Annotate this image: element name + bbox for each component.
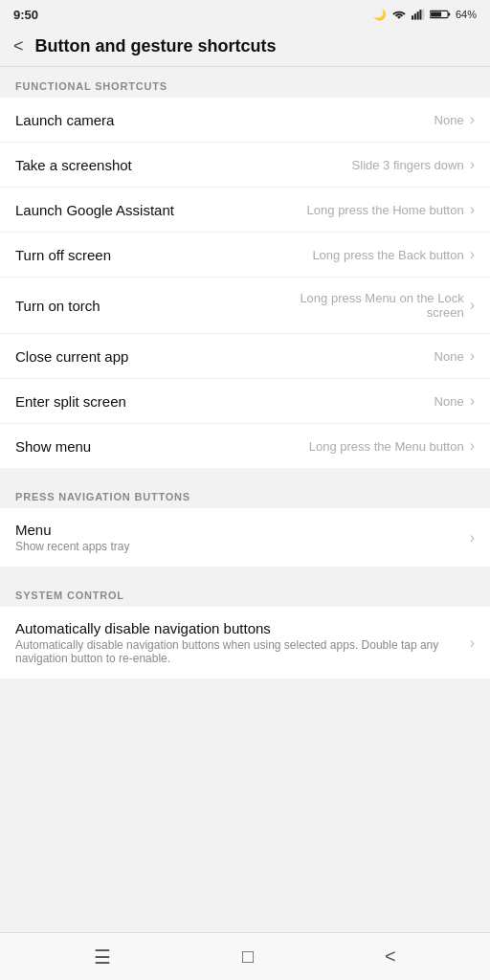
- svg-rect-2: [417, 11, 419, 19]
- chevron-icon-0-5: ›: [470, 347, 475, 365]
- wifi-icon: [391, 9, 407, 20]
- page-title: Button and gesture shortcuts: [35, 36, 277, 56]
- settings-item-0-0[interactable]: Launch cameraNone›: [0, 98, 490, 143]
- settings-item-0-6[interactable]: Enter split screenNone›: [0, 379, 490, 424]
- item-value-0-0: None: [434, 113, 464, 127]
- chevron-icon-0-6: ›: [470, 392, 475, 410]
- svg-rect-3: [419, 10, 421, 20]
- settings-item-0-2[interactable]: Launch Google AssistantLong press the Ho…: [0, 188, 490, 233]
- item-subtitle-1-0: Show recent apps tray: [15, 540, 470, 553]
- section-label-1: PRESS NAVIGATION BUTTONS: [0, 478, 490, 508]
- svg-rect-0: [412, 15, 413, 19]
- back-button[interactable]: <: [13, 36, 24, 56]
- item-title-0-5: Close current app: [15, 348, 434, 365]
- svg-rect-4: [422, 9, 424, 19]
- header: < Button and gesture shortcuts: [0, 27, 490, 67]
- svg-rect-6: [448, 13, 450, 16]
- item-subtitle-2-0: Automatically disable navigation buttons…: [15, 638, 470, 665]
- chevron-icon-1-0: ›: [470, 529, 475, 546]
- status-bar: 9:50 🌙 64%: [0, 0, 490, 27]
- section-gap-0: [0, 468, 490, 478]
- chevron-icon-0-4: ›: [470, 297, 475, 314]
- settings-item-0-4[interactable]: Turn on torchLong press Menu on the Lock…: [0, 278, 490, 334]
- signal-icon: [412, 9, 425, 20]
- bottom-nav-bar: ☰ □ <: [0, 932, 490, 980]
- item-value-0-7: Long press the Menu button: [309, 439, 464, 454]
- item-value-0-3: Long press the Back button: [312, 248, 463, 262]
- item-title-0-0: Launch camera: [15, 112, 434, 128]
- item-value-0-2: Long press the Home button: [307, 203, 464, 217]
- chevron-icon-0-1: ›: [470, 156, 475, 173]
- item-title-1-0: Menu: [15, 522, 470, 538]
- content: FUNCTIONAL SHORTCUTSLaunch cameraNone›Ta…: [0, 67, 490, 679]
- battery-icon: [430, 9, 451, 20]
- svg-rect-1: [414, 13, 416, 19]
- menu-nav-button[interactable]: ☰: [94, 946, 111, 969]
- item-title-0-6: Enter split screen: [15, 393, 434, 410]
- item-title-0-4: Turn on torch: [15, 298, 283, 314]
- chevron-icon-2-0: ›: [470, 635, 475, 652]
- settings-item-2-0[interactable]: Automatically disable navigation buttons…: [0, 607, 490, 679]
- settings-item-1-0[interactable]: MenuShow recent apps tray›: [0, 508, 490, 567]
- item-title-0-3: Turn off screen: [15, 247, 312, 263]
- settings-item-0-7[interactable]: Show menuLong press the Menu button›: [0, 424, 490, 468]
- settings-item-0-5[interactable]: Close current appNone›: [0, 334, 490, 379]
- chevron-icon-0-2: ›: [470, 201, 475, 218]
- back-nav-button[interactable]: <: [385, 946, 396, 968]
- item-title-0-1: Take a screenshot: [15, 157, 352, 173]
- section-gap-1: [0, 567, 490, 576]
- section-label-0: FUNCTIONAL SHORTCUTS: [0, 67, 490, 98]
- chevron-icon-0-0: ›: [470, 111, 475, 128]
- settings-item-0-3[interactable]: Turn off screenLong press the Back butto…: [0, 233, 490, 278]
- status-icons: 🌙 64%: [373, 9, 477, 21]
- section-label-2: SYSTEM CONTROL: [0, 576, 490, 607]
- section-list-1: MenuShow recent apps tray›: [0, 508, 490, 567]
- item-value-0-4: Long press Menu on the Lock screen: [283, 291, 464, 320]
- item-title-2-0: Automatically disable navigation buttons: [15, 620, 470, 636]
- item-value-0-5: None: [434, 349, 464, 364]
- section-list-2: Automatically disable navigation buttons…: [0, 607, 490, 679]
- status-time: 9:50: [13, 8, 38, 22]
- home-nav-button[interactable]: □: [242, 946, 254, 968]
- do-not-disturb-icon: 🌙: [373, 9, 387, 21]
- chevron-icon-0-7: ›: [470, 437, 475, 455]
- item-title-0-7: Show menu: [15, 438, 309, 455]
- settings-item-0-1[interactable]: Take a screenshotSlide 3 fingers down›: [0, 143, 490, 188]
- battery-percent: 64%: [456, 9, 477, 20]
- svg-rect-7: [431, 11, 441, 16]
- chevron-icon-0-3: ›: [470, 246, 475, 263]
- item-value-0-1: Slide 3 fingers down: [352, 158, 464, 172]
- item-title-0-2: Launch Google Assistant: [15, 202, 307, 218]
- item-value-0-6: None: [434, 394, 464, 409]
- section-list-0: Launch cameraNone›Take a screenshotSlide…: [0, 98, 490, 468]
